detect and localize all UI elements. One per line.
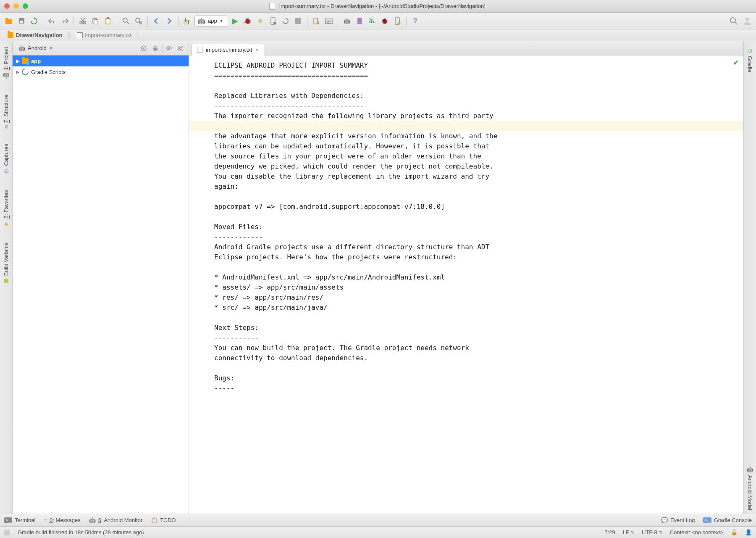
sdk-manager-button[interactable]	[323, 16, 334, 26]
collapse-all-button[interactable]	[150, 43, 160, 53]
android-icon: 🤖	[197, 17, 205, 25]
avd-manager-button[interactable]	[311, 16, 322, 26]
paste-button[interactable]	[102, 16, 113, 26]
cut-button[interactable]	[77, 16, 88, 26]
copy-button[interactable]	[90, 16, 101, 26]
tab-label: Captures	[3, 144, 9, 166]
save-all-button[interactable]	[16, 16, 27, 26]
hide-button[interactable]	[176, 43, 186, 53]
gradle-console-tab[interactable]: >_ Gradle Console	[703, 517, 752, 523]
close-tab-button[interactable]: ×	[255, 47, 259, 53]
rerun-button[interactable]	[280, 16, 291, 26]
encoding-selector[interactable]: UTF-8⇅	[642, 529, 662, 535]
file-icon	[77, 32, 83, 38]
tab-label: Build Variants	[3, 243, 9, 276]
cpu-monitor-button[interactable]	[367, 16, 378, 26]
tab-label: Messages	[55, 517, 80, 523]
android-monitor-tab[interactable]: 🤖 6: Android Monitor	[89, 517, 143, 523]
android-icon: 🤖	[747, 466, 753, 472]
svg-text:10: 10	[189, 17, 191, 21]
build-variants-tool-tab[interactable]: ▦ Build Variants	[1, 239, 11, 288]
forward-button[interactable]	[164, 16, 175, 26]
favorites-tool-tab[interactable]: ★ 2: Favorites	[1, 187, 11, 231]
svg-point-22	[316, 21, 319, 24]
tree-item-app[interactable]: ▶ app	[13, 55, 189, 66]
bottom-tool-bar: >_ Terminal ≡ 0: Messages 🤖 6: Android M…	[0, 514, 756, 526]
redo-button[interactable]	[59, 16, 70, 26]
sync-button[interactable]	[29, 16, 39, 26]
make-project-button[interactable]: 1001	[182, 16, 193, 26]
terminal-tab[interactable]: >_ Terminal	[4, 517, 35, 523]
gradle-icon	[21, 67, 30, 77]
window-title-text: import-summary.txt - DrawerNavigation - …	[279, 3, 486, 9]
run-coverage-button[interactable]	[255, 16, 266, 26]
android-model-tool-tab[interactable]: 🤖 Android Model	[745, 462, 755, 514]
captures-tool-tab[interactable]: ◷ Captures	[1, 140, 11, 178]
structure-tool-tab[interactable]: ⧈ 7: Structure	[1, 91, 11, 132]
back-button[interactable]	[151, 16, 162, 26]
tree-item-gradle-scripts[interactable]: ▶ Gradle Scripts	[13, 66, 189, 77]
svg-point-29	[746, 18, 749, 21]
attach-debugger-button[interactable]	[268, 16, 278, 26]
tab-label: Gradle Console	[714, 517, 752, 523]
event-log-tab[interactable]: 💬 Event Log	[661, 517, 695, 523]
stop-button[interactable]	[293, 16, 304, 26]
network-monitor-button[interactable]	[392, 16, 403, 26]
user-icon[interactable]	[742, 16, 753, 26]
run-button[interactable]: ▶	[230, 16, 241, 26]
chevron-down-icon: ▼	[220, 19, 223, 23]
editor-content[interactable]: ECLIPSE ANDROID PROJECT IMPORT SUMMARY =…	[189, 55, 743, 402]
project-tree[interactable]: ▶ app ▶ Gradle Scripts	[13, 55, 189, 514]
project-view-label: Android	[28, 45, 47, 51]
ddms-button[interactable]: 🤖	[341, 16, 352, 26]
project-tool-tab[interactable]: 🤖 1: Project	[1, 44, 11, 83]
android-icon: 🤖	[89, 517, 96, 523]
messages-tab[interactable]: ≡ 0: Messages	[44, 517, 80, 523]
close-window-button[interactable]	[4, 3, 10, 9]
inspection-ok-icon: ✔	[733, 58, 739, 67]
line-separator-selector[interactable]: LF⇅	[623, 529, 634, 535]
project-view-selector[interactable]: 🤖 Android ▼	[15, 44, 56, 52]
breadcrumb-file[interactable]: import-summary.txt	[72, 29, 136, 41]
help-button[interactable]: ?	[410, 16, 421, 26]
editor-viewport[interactable]: ✔ ECLIPSE ANDROID PROJECT IMPORT SUMMARY…	[189, 55, 743, 514]
file-icon	[197, 47, 202, 53]
svg-point-11	[123, 18, 127, 22]
gear-icon: ⚙	[166, 45, 171, 51]
disclosure-icon[interactable]: ▶	[16, 69, 19, 75]
settings-button[interactable]: ⚙▾	[164, 43, 174, 53]
run-config-selector[interactable]: 🤖 app ▼	[194, 16, 228, 26]
disclosure-icon[interactable]: ▶	[16, 58, 19, 64]
cursor-position[interactable]: 7:29	[604, 529, 615, 535]
tab-number: 1	[3, 67, 9, 70]
open-file-button[interactable]	[3, 16, 14, 26]
replace-button[interactable]: R	[133, 16, 144, 26]
tab-label: Project	[3, 47, 9, 64]
event-log-icon: 💬	[661, 517, 668, 523]
lock-icon[interactable]: 🔓	[731, 529, 738, 535]
gradle-tool-tab[interactable]: ◷ Gradle	[745, 44, 755, 76]
memory-monitor-button[interactable]	[354, 16, 365, 26]
status-icon[interactable]	[4, 530, 10, 535]
breadcrumb-root[interactable]: DrawerNavigation	[3, 29, 68, 41]
todo-tab[interactable]: 📋 TODO	[151, 517, 176, 523]
hector-icon[interactable]: 👤	[745, 529, 752, 535]
svg-rect-3	[20, 21, 23, 23]
editor-tab[interactable]: import-summary.txt ×	[192, 44, 264, 55]
debug-button[interactable]: 🐞	[242, 16, 253, 26]
build-variants-icon: ▦	[3, 278, 9, 285]
tab-label: Android Model	[747, 475, 753, 510]
minimize-window-button[interactable]	[13, 3, 19, 9]
search-everywhere-button[interactable]	[728, 16, 739, 26]
svg-point-31	[143, 47, 144, 49]
undo-button[interactable]	[47, 16, 58, 26]
zoom-window-button[interactable]	[23, 3, 28, 9]
svg-rect-9	[107, 17, 109, 19]
scroll-to-source-button[interactable]	[139, 43, 149, 53]
context-selector[interactable]: Context: <no context>	[670, 529, 723, 535]
find-button[interactable]	[121, 16, 131, 26]
svg-rect-10	[106, 19, 110, 24]
gpu-monitor-button[interactable]: 🐞	[379, 16, 390, 26]
tree-item-label: Gradle Scripts	[31, 69, 66, 75]
star-icon: ★	[3, 221, 9, 227]
